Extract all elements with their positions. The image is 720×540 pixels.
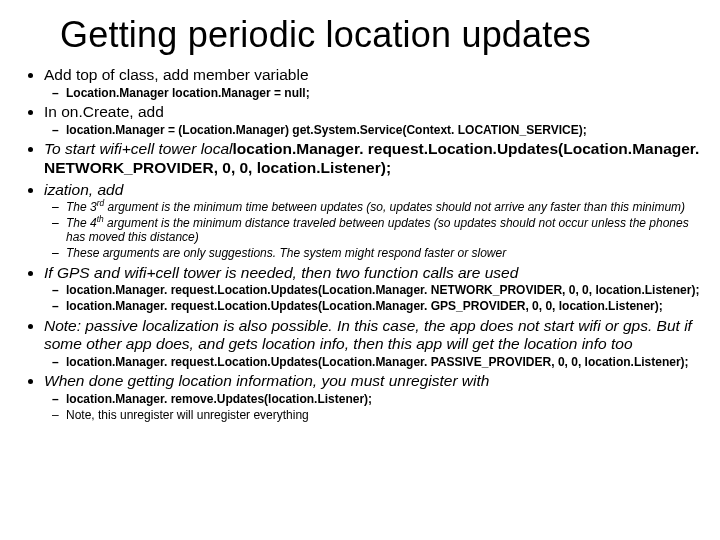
bullet-7-sub-2: Note, this unregister will unregister ev… (66, 408, 702, 423)
bullet-6-sub: location.Manager. request.Location.Updat… (44, 355, 702, 370)
bullet-7-sub: location.Manager. remove.Updates(locatio… (44, 392, 702, 422)
bullet-7: When done getting location information, … (44, 372, 702, 422)
bullet-4-sub-3: These arguments are only suggestions. Th… (66, 246, 702, 261)
bullet-5-sub-1: location.Manager. request.Location.Updat… (66, 283, 702, 298)
bullet-6: Note: passive localization is also possi… (44, 317, 702, 370)
slide: Getting periodic location updates Add to… (0, 0, 720, 540)
bullet-list: Add top of class, add member variable Lo… (26, 66, 702, 422)
bullet-6-sub-1: location.Manager. request.Location.Updat… (66, 355, 702, 370)
bullet-1-sub: Location.Manager location.Manager = null… (44, 86, 702, 101)
bullet-4-sub: The 3rd argument is the minimum time bet… (44, 200, 702, 261)
slide-title: Getting periodic location updates (60, 14, 702, 56)
bullet-2-sub: location.Manager = (Location.Manager) ge… (44, 123, 702, 138)
bullet-4-text: ization, add (44, 181, 123, 198)
bullet-7-text: When done getting location information, … (44, 372, 489, 389)
bullet-1-sub-1: Location.Manager location.Manager = null… (66, 86, 702, 101)
bullet-5: If GPS and wifi+cell tower is needed, th… (44, 264, 702, 314)
bullet-4: ization, add The 3rd argument is the min… (44, 181, 702, 261)
bullet-2-sub-1: location.Manager = (Location.Manager) ge… (66, 123, 702, 138)
bullet-7-sub-1: location.Manager. remove.Updates(locatio… (66, 392, 702, 407)
bullet-3-lead: To start wifi+cell tower local (44, 140, 233, 157)
bullet-6-text: Note: passive localization is also possi… (44, 317, 692, 353)
bullet-5-sub: location.Manager. request.Location.Updat… (44, 283, 702, 313)
bullet-5-text: If GPS and wifi+cell tower is needed, th… (44, 264, 518, 281)
bullet-1-text: Add top of class, add member variable (44, 66, 309, 83)
bullet-2-text: In on.Create, add (44, 103, 164, 120)
bullet-4-sub-1: The 3rd argument is the minimum time bet… (66, 200, 702, 215)
bullet-2: In on.Create, add location.Manager = (Lo… (44, 103, 702, 137)
bullet-4-sub-2: The 4th argument is the minimum distance… (66, 216, 702, 245)
bullet-1: Add top of class, add member variable Lo… (44, 66, 702, 100)
bullet-5-sub-2: location.Manager. request.Location.Updat… (66, 299, 702, 314)
bullet-3: To start wifi+cell tower locallocation.M… (44, 140, 702, 177)
